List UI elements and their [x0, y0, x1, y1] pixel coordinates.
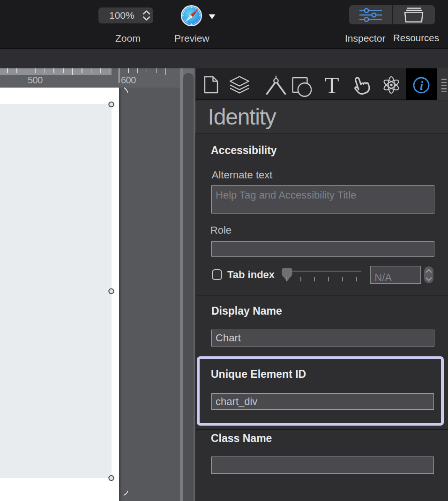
svg-text:i: i	[420, 79, 424, 93]
